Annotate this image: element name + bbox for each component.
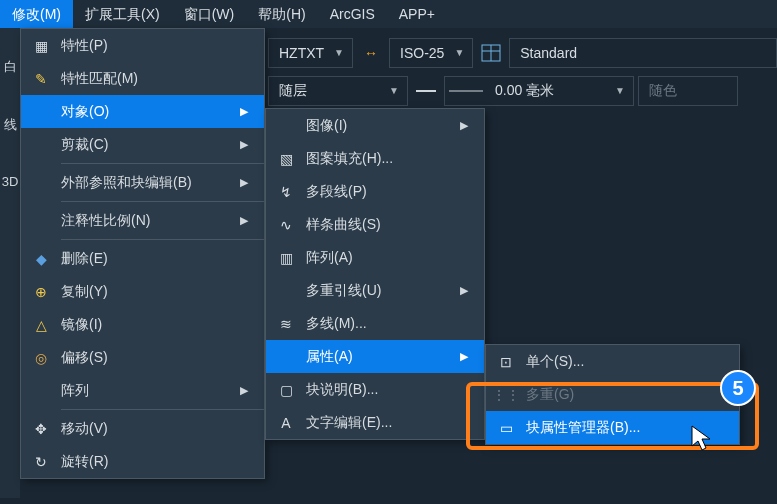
array-item[interactable]: 阵列▶ bbox=[21, 374, 264, 407]
submenu-arrow-icon: ▶ bbox=[234, 384, 248, 397]
menubar: 修改(M) 扩展工具(X) 窗口(W) 帮助(H) ArcGIS APP+ bbox=[0, 0, 777, 28]
multi-attr-icon: ⋮⋮ bbox=[496, 385, 516, 405]
battman-icon: ▭ bbox=[496, 418, 516, 438]
menu-window[interactable]: 窗口(W) bbox=[172, 0, 247, 28]
copy-item[interactable]: ⊕ 复制(Y) bbox=[21, 275, 264, 308]
object-item[interactable]: 对象(O)▶ bbox=[21, 95, 264, 128]
layer-value: 随层 bbox=[273, 82, 313, 100]
copy-icon: ⊕ bbox=[31, 282, 51, 302]
chevron-down-icon: ▼ bbox=[611, 85, 629, 96]
rotate-item[interactable]: ↻ 旋转(R) bbox=[21, 445, 264, 478]
clip-item[interactable]: 剪裁(C)▶ bbox=[21, 128, 264, 161]
mline-item[interactable]: ≋ 多线(M)... bbox=[266, 307, 484, 340]
move-icon: ✥ bbox=[31, 419, 51, 439]
mirror-icon: △ bbox=[31, 315, 51, 335]
chevron-down-icon: ▼ bbox=[385, 85, 403, 96]
offset-item[interactable]: ◎ 偏移(S) bbox=[21, 341, 264, 374]
polyline-item[interactable]: ↯ 多段线(P) bbox=[266, 175, 484, 208]
brush-icon: ✎ bbox=[31, 69, 51, 89]
erase-item[interactable]: ◆ 删除(E) bbox=[21, 242, 264, 275]
hatch-item[interactable]: ▧ 图案填充(H)... bbox=[266, 142, 484, 175]
mirror-item[interactable]: △ 镜像(I) bbox=[21, 308, 264, 341]
menu-help[interactable]: 帮助(H) bbox=[246, 0, 317, 28]
chevron-down-icon: ▼ bbox=[450, 47, 468, 58]
table-style-icon[interactable] bbox=[477, 40, 505, 66]
offset-icon: ◎ bbox=[31, 348, 51, 368]
submenu-arrow-icon: ▶ bbox=[454, 350, 468, 363]
menu-modify[interactable]: 修改(M) bbox=[0, 0, 73, 28]
array-subitem[interactable]: ▥ 阵列(A) bbox=[266, 241, 484, 274]
object-submenu: 图像(I)▶ ▧ 图案填充(H)... ↯ 多段线(P) ∿ 样条曲线(S) ▥… bbox=[265, 108, 485, 440]
polyline-icon: ↯ bbox=[276, 182, 296, 202]
separator bbox=[61, 163, 264, 164]
attr-single-item[interactable]: ⊡ 单个(S)... bbox=[486, 345, 739, 378]
separator bbox=[61, 201, 264, 202]
table-style-value: Standard bbox=[514, 45, 583, 61]
modify-menu: ▦ 特性(P) ✎ 特性匹配(M) 对象(O)▶ 剪裁(C)▶ 外部参照和块编辑… bbox=[20, 28, 265, 479]
left-dock-item: 3D bbox=[2, 174, 19, 189]
style-toolbar: HZTXT ▼ ↔ ISO-25 ▼ Standard bbox=[268, 35, 777, 70]
mleader-item[interactable]: 多重引线(U)▶ bbox=[266, 274, 484, 307]
submenu-arrow-icon: ▶ bbox=[234, 214, 248, 227]
color-dropdown[interactable]: 随色 bbox=[638, 76, 738, 106]
menu-ext-tools[interactable]: 扩展工具(X) bbox=[73, 0, 172, 28]
dim-style-value: ISO-25 bbox=[394, 45, 450, 61]
match-properties-item[interactable]: ✎ 特性匹配(M) bbox=[21, 62, 264, 95]
dim-style-dropdown[interactable]: ISO-25 ▼ bbox=[389, 38, 473, 68]
spline-icon: ∿ bbox=[276, 215, 296, 235]
text-style-value: HZTXT bbox=[273, 45, 330, 61]
linetype-icon[interactable] bbox=[412, 78, 440, 104]
properties-icon: ▦ bbox=[31, 36, 51, 56]
lineweight-dropdown[interactable]: 0.00 毫米 ▼ bbox=[444, 76, 634, 106]
submenu-arrow-icon: ▶ bbox=[454, 284, 468, 297]
menu-app[interactable]: APP+ bbox=[387, 0, 447, 28]
dimension-icon[interactable]: ↔ bbox=[357, 40, 385, 66]
properties-item[interactable]: ▦ 特性(P) bbox=[21, 29, 264, 62]
menu-arcgis[interactable]: ArcGIS bbox=[318, 0, 387, 28]
image-item[interactable]: 图像(I)▶ bbox=[266, 109, 484, 142]
block-description-item[interactable]: ▢ 块说明(B)... bbox=[266, 373, 484, 406]
left-dock-item: 白 bbox=[4, 58, 17, 76]
table-style-dropdown[interactable]: Standard bbox=[509, 38, 777, 68]
text-edit-item[interactable]: A 文字编辑(E)... bbox=[266, 406, 484, 439]
lineweight-value: 0.00 毫米 bbox=[489, 82, 560, 100]
eraser-icon: ◆ bbox=[31, 249, 51, 269]
layer-dropdown[interactable]: 随层 ▼ bbox=[268, 76, 408, 106]
layer-toolbar: 随层 ▼ 0.00 毫米 ▼ 随色 bbox=[268, 73, 777, 108]
text-edit-icon: A bbox=[276, 413, 296, 433]
submenu-arrow-icon: ▶ bbox=[234, 138, 248, 151]
submenu-arrow-icon: ▶ bbox=[234, 105, 248, 118]
attribute-item[interactable]: 属性(A)▶ bbox=[266, 340, 484, 373]
color-value: 随色 bbox=[643, 82, 683, 100]
callout-badge: 5 bbox=[720, 370, 756, 406]
move-item[interactable]: ✥ 移动(V) bbox=[21, 412, 264, 445]
submenu-arrow-icon: ▶ bbox=[454, 119, 468, 132]
submenu-arrow-icon: ▶ bbox=[234, 176, 248, 189]
single-attr-icon: ⊡ bbox=[496, 352, 516, 372]
attr-multi-item[interactable]: ⋮⋮ 多重(G) bbox=[486, 378, 739, 411]
attribute-submenu: ⊡ 单个(S)... ⋮⋮ 多重(G) ▭ 块属性管理器(B)... bbox=[485, 344, 740, 445]
xref-edit-item[interactable]: 外部参照和块编辑(B)▶ bbox=[21, 166, 264, 199]
separator bbox=[61, 239, 264, 240]
chevron-down-icon: ▼ bbox=[330, 47, 348, 58]
array-icon: ▥ bbox=[276, 248, 296, 268]
rotate-icon: ↻ bbox=[31, 452, 51, 472]
left-dock: 白 线 3D bbox=[0, 28, 20, 498]
battman-item[interactable]: ▭ 块属性管理器(B)... bbox=[486, 411, 739, 444]
text-style-dropdown[interactable]: HZTXT ▼ bbox=[268, 38, 353, 68]
mline-icon: ≋ bbox=[276, 314, 296, 334]
block-icon: ▢ bbox=[276, 380, 296, 400]
spline-item[interactable]: ∿ 样条曲线(S) bbox=[266, 208, 484, 241]
left-dock-item: 线 bbox=[4, 116, 17, 134]
hatch-icon: ▧ bbox=[276, 149, 296, 169]
anno-scale-item[interactable]: 注释性比例(N)▶ bbox=[21, 204, 264, 237]
separator bbox=[61, 409, 264, 410]
